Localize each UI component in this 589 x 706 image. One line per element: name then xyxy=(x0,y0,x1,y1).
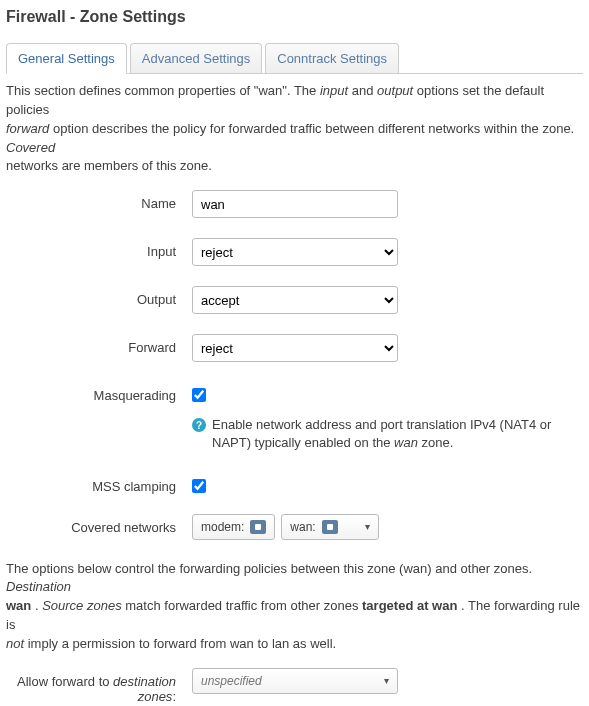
unspecified-placeholder: unspecified xyxy=(201,674,262,688)
mss-clamping-checkbox[interactable] xyxy=(192,479,206,493)
tab-general[interactable]: General Settings xyxy=(6,43,127,74)
forwarding-description: The options below control the forwarding… xyxy=(6,560,583,654)
forward-label: Forward xyxy=(6,334,192,355)
desc-text: and xyxy=(352,83,377,98)
masquerading-label: Masquerading xyxy=(6,382,192,403)
desc-dest-term: Destination xyxy=(6,579,71,594)
label-text: Allow forward to xyxy=(17,674,113,689)
desc-text: imply a permission to forward from wan t… xyxy=(28,636,337,651)
forward-to-select[interactable]: unspecified xyxy=(192,668,398,694)
network-label: wan: xyxy=(290,520,315,534)
forward-select[interactable]: reject xyxy=(192,334,398,362)
tab-bar: General Settings Advanced Settings Connt… xyxy=(6,42,583,74)
desc-forward-term: forward xyxy=(6,121,49,136)
masquerading-hint: ? Enable network address and port transl… xyxy=(192,416,583,452)
desc-target-bold: targeted at wan xyxy=(362,598,457,613)
desc-text: networks are members of this zone. xyxy=(6,158,212,173)
help-icon: ? xyxy=(192,418,206,432)
output-label: Output xyxy=(6,286,192,307)
mss-clamping-label: MSS clamping xyxy=(6,473,192,494)
masquerading-checkbox[interactable] xyxy=(192,388,206,402)
ethernet-icon xyxy=(250,520,266,534)
covered-network-wan[interactable]: wan: xyxy=(281,514,379,540)
forward-to-label: Allow forward to destination zones: xyxy=(6,668,192,704)
desc-src-term: Source zones xyxy=(42,598,122,613)
output-select[interactable]: accept xyxy=(192,286,398,314)
ethernet-icon xyxy=(322,520,338,534)
input-label: Input xyxy=(6,238,192,259)
tab-advanced[interactable]: Advanced Settings xyxy=(130,43,262,73)
input-select[interactable]: reject xyxy=(192,238,398,266)
hint-text: Enable network address and port translat… xyxy=(212,416,583,452)
desc-text: This section defines common properties o… xyxy=(6,83,320,98)
desc-input-term: input xyxy=(320,83,348,98)
zone-description: This section defines common properties o… xyxy=(6,82,583,176)
tab-conntrack[interactable]: Conntrack Settings xyxy=(265,43,399,73)
network-label: modem: xyxy=(201,520,244,534)
desc-output-term: output xyxy=(377,83,413,98)
desc-text: The options below control the forwarding… xyxy=(6,561,532,576)
desc-not-term: not xyxy=(6,636,24,651)
name-label: Name xyxy=(6,190,192,211)
label-dest-zones: destination zones xyxy=(113,674,176,704)
name-input[interactable] xyxy=(192,190,398,218)
covered-network-modem[interactable]: modem: xyxy=(192,514,275,540)
hint-zone-term: wan xyxy=(394,435,418,450)
desc-text: option describes the policy for forwarde… xyxy=(53,121,574,136)
desc-text: match forwarded traffic from other zones xyxy=(125,598,362,613)
hint-text-part: zone. xyxy=(422,435,454,450)
desc-covered-term: Covered xyxy=(6,140,55,155)
desc-wan-bold: wan xyxy=(6,598,31,613)
covered-networks-label: Covered networks xyxy=(6,514,192,535)
hint-text-part: Enable network address and port translat… xyxy=(212,417,551,450)
page-title: Firewall - Zone Settings xyxy=(6,8,583,26)
